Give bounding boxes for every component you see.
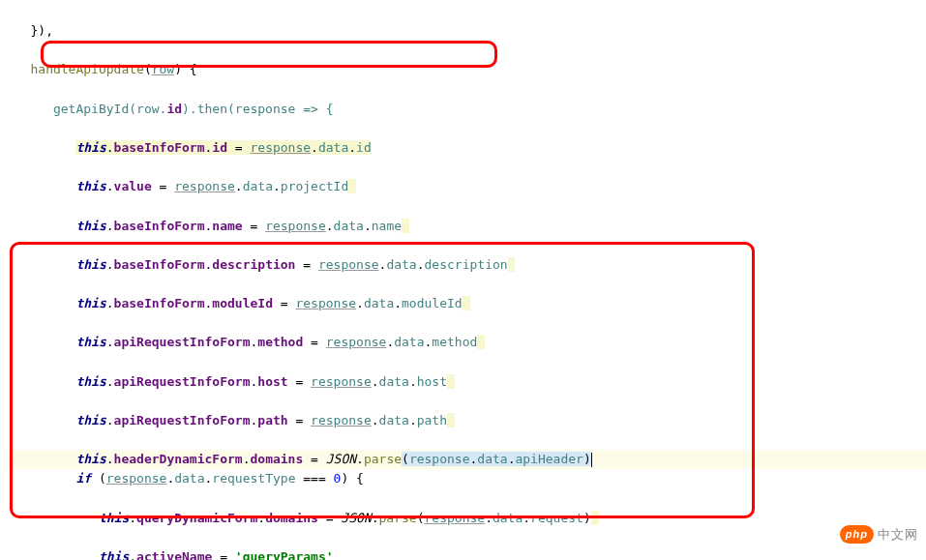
code-line: this.activeName = 'queryParams' [8, 547, 926, 560]
code-line: this.baseInfoForm.description = response… [8, 255, 926, 275]
code-line: this.queryDynamicForm.domains = JSON.par… [8, 509, 926, 528]
code-line: this.baseInfoForm.moduleId = response.da… [8, 294, 926, 313]
code-line-active: this.headerDynamicForm.domains = JSON.pa… [8, 450, 926, 469]
code-line: this.value = response.data.projectId [8, 177, 926, 196]
watermark-text: 中文网 [878, 525, 918, 545]
code-editor[interactable]: }), handleApiUpdate(row) { getApiById(ro… [0, 0, 926, 560]
code-line: }), [8, 21, 926, 41]
code-line: this.baseInfoForm.name = response.data.n… [8, 217, 926, 236]
code-line: handleApiUpdate(row) { [8, 60, 926, 79]
code-line: if (response.data.requestType === 0) { [8, 469, 926, 488]
watermark-badge: php [840, 525, 874, 544]
code-line: this.apiRequestInfoForm.path = response.… [8, 411, 926, 430]
code-line: getApiById(row.id).then(response => { [8, 100, 926, 119]
watermark: php 中文网 [840, 525, 918, 545]
text-cursor [591, 453, 592, 467]
code-line: this.apiRequestInfoForm.method = respons… [8, 333, 926, 352]
code-line: this.apiRequestInfoForm.host = response.… [8, 372, 926, 392]
code-line: this.baseInfoForm.id = response.data.id [8, 138, 926, 158]
